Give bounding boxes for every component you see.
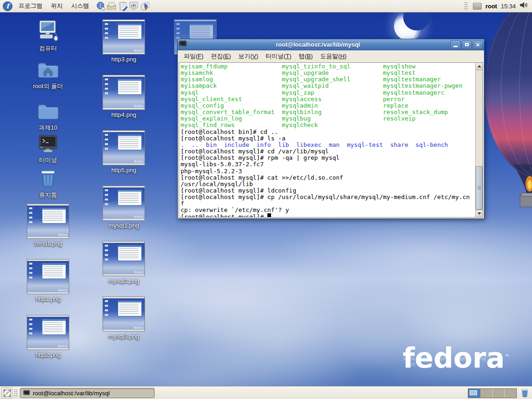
terminal-menu-F[interactable]: 파일(F) bbox=[180, 51, 207, 61]
desktop-icon-label: zend1.png bbox=[34, 240, 62, 247]
panel-grip[interactable] bbox=[464, 2, 468, 10]
show-desktop-button[interactable] bbox=[1, 387, 12, 399]
panel-launchers bbox=[95, 0, 151, 12]
close-button[interactable]: × bbox=[473, 40, 483, 49]
window-titlebar[interactable]: root@localhost:/var/lib/mysql × bbox=[178, 39, 484, 50]
scrollbar-thumb[interactable] bbox=[476, 166, 483, 210]
notification-app-icon[interactable] bbox=[473, 3, 482, 10]
desktop-icon-label: http5.png bbox=[111, 167, 136, 174]
screenshot-thumbnail: fedora bbox=[103, 241, 145, 276]
terminal-line: [root@localhost mysql]# cd /var/lib/mysq… bbox=[181, 148, 475, 155]
image-thumbnail-icon: fedora bbox=[103, 75, 145, 110]
terminal-icon bbox=[38, 135, 58, 155]
fedora-wordmark-reflection: fedora bbox=[403, 357, 505, 369]
terminal-icon bbox=[23, 390, 30, 396]
workspace-1[interactable] bbox=[468, 389, 480, 398]
window-list-button[interactable]: root@localhost:/var/lib/mysql bbox=[20, 388, 155, 398]
desktop-icon--[interactable]: 터미널 bbox=[22, 135, 74, 163]
panel-grip[interactable] bbox=[14, 389, 18, 397]
desktop-icon--10[interactable]: 과제10 bbox=[22, 103, 74, 131]
terminal-line: mysql_explain_log mysqlbug resolveip bbox=[181, 115, 475, 122]
desktop-icon-zend1-png[interactable]: fedorazend1.png bbox=[22, 204, 74, 247]
terminal-line: [root@localhost mysql]# rpm -qa | grep m… bbox=[181, 155, 475, 161]
workspace-2[interactable] bbox=[480, 389, 492, 398]
desktop-icon-http5-png[interactable]: fedorahttp5.png bbox=[99, 130, 149, 174]
desktop-icon-label: mysql1.png bbox=[109, 222, 139, 229]
desktop-icon-http2-png[interactable]: fedorahttp2.png bbox=[22, 315, 74, 358]
terminal-window: root@localhost:/var/lib/mysql × 파일(F)편집(… bbox=[177, 39, 484, 219]
terminal-line: [root@localhost mysql]# cp /usr/local/my… bbox=[181, 194, 475, 200]
terminal-menu-V[interactable]: 보기(V) bbox=[235, 51, 262, 61]
impress-icon[interactable] bbox=[128, 0, 139, 12]
web-browser-icon[interactable] bbox=[95, 0, 106, 12]
panel-menu-프로그램[interactable]: 프로그램 bbox=[14, 0, 47, 12]
workspace-window-preview bbox=[470, 390, 477, 395]
scroll-up-button[interactable] bbox=[476, 63, 483, 70]
desktop-icon-root-[interactable]: root의 폴더 bbox=[22, 61, 74, 90]
calc-icon[interactable] bbox=[139, 0, 151, 12]
image-thumbnail-icon: fedora bbox=[27, 315, 69, 350]
desktop-icon-http1-png[interactable]: fedorahttp1.png bbox=[22, 259, 74, 302]
bottom-panel: root@localhost:/var/lib/mysql bbox=[0, 387, 532, 399]
desktop-icon--[interactable]: 휴지통 bbox=[22, 169, 74, 199]
terminal-line: [root@localhost bin]# cd .. bbox=[181, 129, 475, 135]
user-switcher-label[interactable]: root bbox=[485, 3, 497, 10]
desktop-icon-http3-png[interactable]: fedorahttp3.png bbox=[99, 19, 149, 63]
workspace-switcher bbox=[468, 388, 517, 398]
screenshot-thumbnail: fedora bbox=[27, 204, 69, 239]
desktop-icon-mysql2-png[interactable]: fedoramysql2.png bbox=[99, 241, 149, 284]
desktop-icon-label: http3.png bbox=[111, 56, 136, 63]
terminal-line: [root@localhost mysql]# ls -a bbox=[181, 135, 475, 142]
image-thumbnail-icon: fedora bbox=[103, 296, 145, 332]
terminal-line: /usr/local/mysql/lib bbox=[181, 181, 475, 187]
screenshot-thumbnail: fedora bbox=[103, 130, 145, 165]
terminal-line: mysql_client_test mysqlaccess perror bbox=[181, 96, 475, 103]
terminal-menu-B[interactable]: 탭(B) bbox=[295, 51, 316, 61]
trash-icon bbox=[38, 169, 58, 190]
clock[interactable]: 15:34 bbox=[501, 3, 516, 10]
panel-menu-시스템[interactable]: 시스템 bbox=[67, 0, 93, 12]
moon-graphic bbox=[394, 11, 425, 42]
image-thumbnail-icon: fedora bbox=[103, 241, 145, 276]
email-icon[interactable] bbox=[106, 0, 117, 12]
scroll-down-button[interactable] bbox=[476, 210, 483, 217]
desktop-icon-label: 컴퓨터 bbox=[39, 45, 57, 52]
writer-icon[interactable] bbox=[117, 0, 128, 12]
desktop-icon-label: 터미널 bbox=[39, 157, 57, 163]
terminal-line: myisampack mysql_waitpid mysqltestmanage… bbox=[181, 83, 475, 89]
scrollbar[interactable] bbox=[475, 63, 483, 217]
desktop-icon--[interactable]: 컴퓨터 bbox=[22, 20, 74, 52]
desktop-icon-label: mysql3.png bbox=[109, 333, 139, 340]
trash-icon[interactable] bbox=[520, 388, 530, 398]
desktop-icon-label: http4.png bbox=[111, 111, 136, 118]
terminal-line: mysql_config mysqladmin replace bbox=[181, 103, 475, 109]
desktop-icon-label: root의 폴더 bbox=[33, 83, 63, 90]
fedora-menu-icon[interactable]: f bbox=[3, 1, 12, 11]
terminal-menu-E[interactable]: 편집(E) bbox=[207, 51, 235, 61]
terminal-line: [root@localhost mysql]# cat >>/etc/ld.so… bbox=[181, 175, 475, 181]
workspace-3[interactable] bbox=[493, 389, 505, 398]
terminal-line: f bbox=[181, 200, 475, 207]
speaker-icon[interactable] bbox=[520, 1, 528, 11]
terminal-line: mysql-libs-5.0.37-2.fc7 bbox=[181, 161, 475, 168]
panel-menu-위치[interactable]: 위치 bbox=[47, 0, 67, 12]
minimize-button[interactable] bbox=[451, 40, 460, 49]
image-thumbnail-icon: fedora bbox=[103, 130, 145, 165]
desktop-icon-mysql1-png[interactable]: fedoramysql1.png bbox=[99, 186, 149, 229]
terminal-content-area[interactable]: myisam_ftdump mysql_tzinfo_to_sql mysqls… bbox=[179, 62, 483, 218]
terminal-line: [root@localhost mysql]# ldconfig bbox=[181, 187, 475, 194]
maximize-button[interactable] bbox=[462, 40, 472, 49]
desktop-icon-label: 휴지통 bbox=[39, 192, 57, 199]
panel-menus: 프로그램위치시스템 bbox=[14, 0, 93, 12]
workspace-4[interactable] bbox=[505, 389, 516, 398]
terminal-menu-H[interactable]: 도움말(H) bbox=[316, 51, 350, 61]
top-panel: f 프로그램위치시스템 root 15:34 bbox=[0, 0, 532, 12]
screen: fedora™ fedora 컴퓨터root의 폴더과제10터미널휴지통fedo… bbox=[0, 0, 532, 399]
terminal-icon bbox=[179, 41, 187, 49]
hot-air-balloon-graphic bbox=[485, 12, 532, 208]
desktop-icon-mysql3-png[interactable]: fedoramysql3.png bbox=[99, 296, 149, 340]
screenshot-thumbnail: fedora bbox=[103, 186, 145, 221]
desktop-icon-http4-png[interactable]: fedorahttp4.png bbox=[99, 75, 149, 118]
terminal-menu-T[interactable]: 터미널(T) bbox=[262, 51, 295, 61]
image-thumbnail-icon: fedora bbox=[27, 204, 69, 239]
